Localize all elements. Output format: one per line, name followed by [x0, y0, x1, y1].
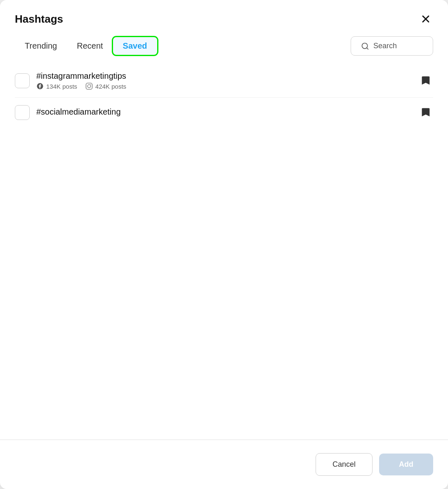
tabs-row: Trending Recent Saved Search: [0, 26, 448, 56]
add-button[interactable]: Add: [379, 454, 433, 475]
modal-footer: Cancel Add: [0, 440, 448, 489]
hashtag-name-2: #socialmediamarketing: [36, 107, 412, 117]
search-label: Search: [373, 42, 397, 50]
hashtag-info-1: #instagrammarketingtips 134K posts: [36, 71, 412, 90]
bookmark-icon-2: [420, 107, 431, 118]
tabs-container: Trending Recent Saved: [15, 37, 157, 55]
bookmark-icon-1: [420, 75, 431, 87]
search-icon: [361, 42, 369, 50]
spacer: [0, 283, 448, 439]
facebook-stat: 134K posts: [36, 82, 77, 90]
facebook-count: 134K posts: [46, 83, 77, 90]
hashtag-checkbox-2[interactable]: [15, 105, 30, 120]
tab-saved[interactable]: Saved: [113, 37, 157, 55]
tab-trending[interactable]: Trending: [15, 37, 67, 55]
hashtag-checkbox-1[interactable]: [15, 73, 30, 88]
close-icon: [420, 13, 431, 25]
list-item: #instagrammarketingtips 134K posts: [15, 64, 433, 98]
hashtag-list: #instagrammarketingtips 134K posts: [0, 56, 448, 283]
instagram-icon: [85, 82, 93, 90]
close-button[interactable]: [418, 12, 433, 26]
svg-rect-9: [422, 108, 429, 110]
svg-rect-8: [422, 76, 429, 78]
instagram-stat: 424K posts: [85, 82, 126, 90]
modal-title: Hashtags: [15, 13, 63, 26]
svg-rect-5: [86, 83, 92, 89]
search-button[interactable]: Search: [351, 36, 433, 56]
svg-point-7: [90, 84, 91, 85]
bookmark-button-1[interactable]: [418, 73, 433, 88]
list-item: #socialmediamarketing: [15, 98, 433, 127]
hashtags-modal: Hashtags Trending Recent Saved Search: [0, 0, 448, 489]
modal-header: Hashtags: [0, 0, 448, 26]
bookmark-button-2[interactable]: [418, 105, 433, 120]
tab-recent[interactable]: Recent: [67, 37, 113, 55]
cancel-button[interactable]: Cancel: [316, 453, 373, 476]
hashtag-info-2: #socialmediamarketing: [36, 107, 412, 118]
hashtag-name-1: #instagrammarketingtips: [36, 71, 412, 81]
instagram-count: 424K posts: [95, 83, 126, 90]
facebook-icon: [36, 82, 44, 90]
svg-line-3: [367, 47, 368, 49]
svg-point-6: [87, 85, 91, 88]
hashtag-stats-1: 134K posts 424K posts: [36, 82, 412, 90]
